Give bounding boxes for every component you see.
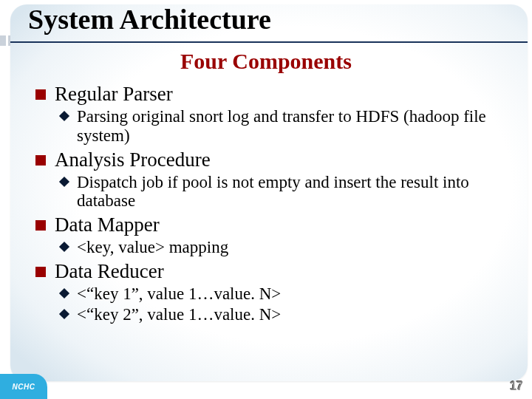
subbullet-text: <“key 1”, value 1…value. N>: [77, 284, 281, 303]
diamond-bullet-icon: [59, 111, 69, 121]
bullet-label: Analysis Procedure: [55, 149, 211, 171]
footer-logo: NCHC: [0, 374, 47, 399]
subbullet: Parsing original snort log and transfer …: [35, 107, 517, 146]
bullet-data-mapper: Data Mapper: [35, 214, 517, 236]
page-number: 17: [510, 380, 523, 393]
content-area: Regular Parser Parsing original snort lo…: [35, 80, 517, 386]
bullet-label: Data Mapper: [55, 214, 160, 236]
subbullet: <“key 1”, value 1…value. N>: [35, 284, 517, 304]
bullet-analysis-procedure: Analysis Procedure: [35, 149, 517, 171]
diamond-bullet-icon: [59, 177, 69, 187]
subbullet-text: Parsing original snort log and transfer …: [77, 107, 486, 145]
bullet-label: Regular Parser: [55, 83, 173, 105]
subbullet-text: <“key 2”, value 1…value. N>: [77, 305, 281, 324]
diamond-bullet-icon: [59, 242, 69, 252]
footer-logo-text: NCHC: [13, 383, 35, 391]
title-underline: [10, 41, 528, 43]
slide-subtitle: Four Components: [0, 49, 532, 74]
diamond-bullet-icon: [59, 309, 69, 319]
subbullet: Dispatch job if pool is not empty and in…: [35, 173, 517, 211]
square-bullet-icon: [35, 155, 46, 166]
square-bullet-icon: [35, 220, 46, 231]
subbullet-text: Dispatch job if pool is not empty and in…: [77, 173, 469, 211]
bullet-regular-parser: Regular Parser: [35, 83, 517, 106]
slide-title: System Architecture: [28, 3, 271, 35]
diamond-bullet-icon: [59, 288, 69, 299]
square-bullet-icon: [35, 267, 46, 277]
subbullet: <“key 2”, value 1…value. N>: [35, 305, 517, 324]
bullet-data-reducer: Data Reducer: [35, 260, 517, 283]
subbullet: <key, value> mapping: [35, 238, 517, 257]
bullet-label: Data Reducer: [55, 260, 164, 282]
subbullet-text: <key, value> mapping: [77, 238, 228, 256]
square-bullet-icon: [35, 89, 46, 100]
